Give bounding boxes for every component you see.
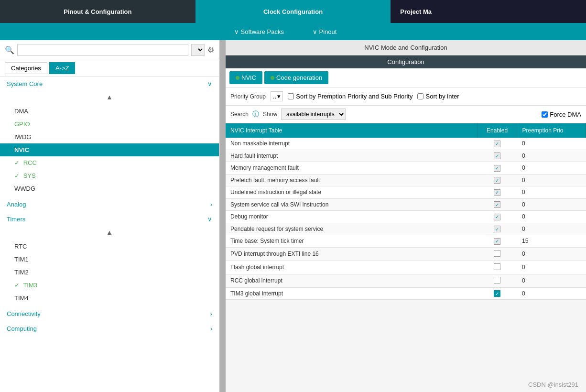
nav-pinout-label: Pinout & Configuration xyxy=(64,8,131,15)
checkbox-checked-gray[interactable] xyxy=(494,214,500,220)
priority-group-label: Priority Group xyxy=(230,93,266,100)
interrupt-enabled[interactable] xyxy=(477,223,517,235)
interrupt-enabled[interactable] xyxy=(477,162,517,174)
nav-pinout[interactable]: Pinout & Configuration xyxy=(0,0,195,23)
interrupt-priority: 0 xyxy=(517,162,586,174)
category-connectivity[interactable]: Connectivity › xyxy=(0,306,219,321)
divider xyxy=(220,40,226,392)
checkbox-checked-gray[interactable] xyxy=(494,201,500,208)
category-computing[interactable]: Computing › xyxy=(0,321,219,336)
nav-software-packs[interactable]: ∨ Software Packs xyxy=(220,23,298,40)
checkbox-checked-gray[interactable] xyxy=(494,152,500,159)
interrupt-priority: 0 xyxy=(517,274,586,287)
gear-icon[interactable]: ⚙ xyxy=(207,45,214,54)
interrupt-priority: 0 xyxy=(517,211,586,223)
tab-categories[interactable]: Categories xyxy=(5,62,47,74)
interrupt-enabled[interactable] xyxy=(477,261,517,274)
tab-nvic[interactable]: NVIC xyxy=(229,71,262,84)
category-timers[interactable]: Timers ∨ xyxy=(0,212,219,227)
category-analog[interactable]: Analog › xyxy=(0,197,219,212)
check-icon-rcc: ✓ xyxy=(14,159,20,166)
category-analog-label: Analog xyxy=(7,201,26,208)
info-icon: ⓘ xyxy=(252,110,259,119)
interrupt-priority: 0 xyxy=(517,198,586,211)
sidebar-item-tim2[interactable]: TIM2 xyxy=(0,266,219,279)
interrupt-priority: 0 xyxy=(517,261,586,274)
secondary-navigation: ∨ Software Packs ∨ Pinout xyxy=(0,23,586,40)
sort-inter-checkbox[interactable] xyxy=(417,93,423,99)
sidebar-item-nvic[interactable]: NVIC xyxy=(0,143,219,156)
dropdown-arrow-icon: ▾ xyxy=(277,93,281,100)
interrupt-name: TIM3 global interrupt xyxy=(226,287,477,300)
search-row: Search ⓘ Show available interrupts Force… xyxy=(226,106,586,123)
priority-group-row: Priority Group .. ▾ Sort by Premption Pr… xyxy=(226,87,586,106)
check-icon-sys: ✓ xyxy=(14,172,20,179)
interrupt-priority: 0 xyxy=(517,287,586,300)
sidebar-item-rtc[interactable]: RTC xyxy=(0,240,219,253)
category-system-core[interactable]: System Core ∨ xyxy=(0,76,219,91)
tab-az[interactable]: A->Z xyxy=(49,62,76,74)
sidebar-item-iwdg[interactable]: IWDG xyxy=(0,131,219,143)
scroll-up-arrow[interactable]: ▲ xyxy=(0,91,219,103)
sidebar-item-dma[interactable]: DMA xyxy=(0,105,219,118)
sidebar-item-tim1[interactable]: TIM1 xyxy=(0,253,219,266)
table-row: System service call via SWI instruction0 xyxy=(226,198,586,211)
interrupt-priority: 15 xyxy=(517,235,586,248)
table-row: Debug monitor0 xyxy=(226,211,586,223)
main-layout: 🔍 ⚙ Categories A->Z System Core ∨ ▲ DMA xyxy=(0,40,586,392)
checkbox-checked-blue[interactable] xyxy=(494,290,500,297)
checkbox-checked-gray[interactable] xyxy=(494,165,500,172)
check-icon-tim3: ✓ xyxy=(14,282,20,289)
priority-group-select[interactable]: .. ▾ xyxy=(271,91,283,101)
category-connectivity-label: Connectivity xyxy=(7,310,41,317)
sidebar-item-wwdg[interactable]: WWDG xyxy=(0,182,219,195)
checkbox-checked-gray[interactable] xyxy=(494,189,500,196)
search-dropdown[interactable] xyxy=(191,44,205,56)
interrupt-enabled[interactable] xyxy=(477,198,517,211)
top-navigation: Pinout & Configuration Clock Configurati… xyxy=(0,0,586,23)
checkbox-unchecked[interactable] xyxy=(494,277,500,283)
category-computing-label: Computing xyxy=(7,325,37,332)
checkbox-checked-gray[interactable] xyxy=(494,177,500,184)
interrupt-enabled[interactable] xyxy=(477,174,517,186)
show-select[interactable]: available interrupts xyxy=(281,109,346,120)
sidebar-tabs: Categories A->Z xyxy=(0,60,219,76)
nav-clock[interactable]: Clock Configuration xyxy=(195,0,391,23)
checkbox-unchecked[interactable] xyxy=(494,263,500,270)
table-header-enabled: Enabled xyxy=(477,123,517,138)
checkbox-unchecked[interactable] xyxy=(494,250,500,257)
tab-code-generation[interactable]: Code generation xyxy=(264,71,328,84)
interrupt-enabled[interactable] xyxy=(477,186,517,199)
checkbox-checked-gray[interactable] xyxy=(494,141,500,147)
system-core-items: DMA GPIO IWDG NVIC ✓ RCC ✓ SYS WWDG xyxy=(0,103,219,197)
table-header-priority: Preemption Prio xyxy=(517,123,586,138)
search-input[interactable] xyxy=(17,44,188,56)
force-dma-checkbox[interactable] xyxy=(542,111,548,118)
nav-project[interactable]: Project Ma xyxy=(391,0,586,23)
sidebar-item-sys[interactable]: ✓ SYS xyxy=(0,169,219,182)
checkbox-checked-gray[interactable] xyxy=(494,238,500,245)
checkbox-checked-gray[interactable] xyxy=(494,226,500,232)
sidebar-item-gpio[interactable]: GPIO xyxy=(0,118,219,131)
interrupt-enabled[interactable] xyxy=(477,235,517,248)
nav-pinout-secondary[interactable]: ∨ Pinout xyxy=(298,23,351,40)
interrupt-enabled[interactable] xyxy=(477,247,517,261)
interrupt-enabled[interactable] xyxy=(477,150,517,162)
interrupt-enabled[interactable] xyxy=(477,138,517,150)
interrupt-name: Prefetch fault, memory access fault xyxy=(226,174,477,186)
interrupt-enabled[interactable] xyxy=(477,211,517,223)
sidebar-item-rcc[interactable]: ✓ RCC xyxy=(0,156,219,169)
sidebar-item-tim4[interactable]: TIM4 xyxy=(0,292,219,305)
interrupt-enabled[interactable] xyxy=(477,287,517,300)
sidebar-item-tim3[interactable]: ✓ TIM3 xyxy=(0,279,219,292)
show-label: Show xyxy=(263,111,277,118)
interrupt-enabled[interactable] xyxy=(477,274,517,287)
interrupt-name: Hard fault interrupt xyxy=(226,150,477,162)
interrupt-priority: 0 xyxy=(517,247,586,261)
interrupt-priority: 0 xyxy=(517,223,586,235)
sort-premption-checkbox[interactable] xyxy=(288,93,294,99)
interrupt-name: Memory management fault xyxy=(226,162,477,174)
scroll-up-arrow-timers[interactable]: ▲ xyxy=(0,227,219,238)
table-row: Hard fault interrupt0 xyxy=(226,150,586,162)
nvic-interrupt-table: NVIC Interrupt Table Enabled Preemption … xyxy=(226,123,586,300)
